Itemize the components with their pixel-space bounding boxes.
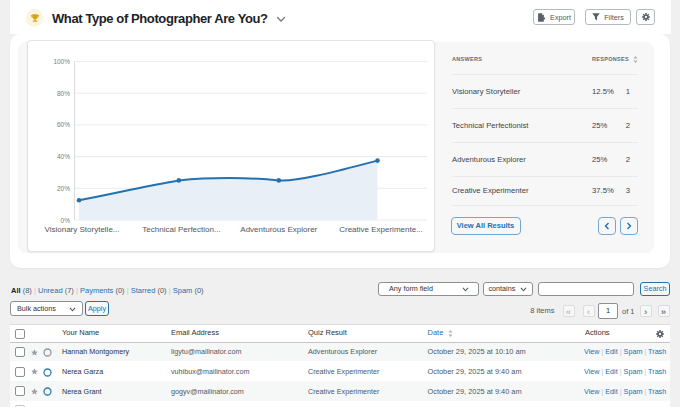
svg-text:60%: 60%: [57, 121, 70, 128]
svg-text:Technical Perfection...: Technical Perfection...: [142, 225, 220, 234]
svg-text:40%: 40%: [57, 153, 70, 160]
svg-text:100%: 100%: [53, 58, 70, 65]
svg-text:0%: 0%: [61, 217, 71, 224]
svg-text:80%: 80%: [57, 90, 70, 97]
svg-text:Adventurous Explorer: Adventurous Explorer: [240, 225, 317, 234]
svg-text:20%: 20%: [57, 185, 70, 192]
svg-text:Creative Experimente...: Creative Experimente...: [339, 225, 423, 234]
svg-text:Visionary Storytelle...: Visionary Storytelle...: [45, 225, 120, 234]
